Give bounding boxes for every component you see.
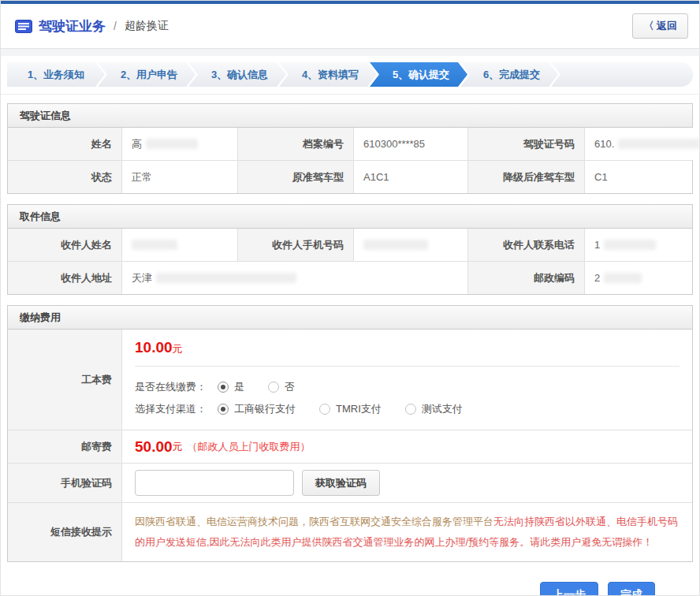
field-recipient-mobile-label: 收件人手机号码 [238,229,354,261]
field-downgraded-class-label: 降级后准驾车型 [468,161,585,193]
section-pickup-info: 取件信息 收件人姓名 收件人手机号码 收件人联系电话 1 收件人地址 天津 邮政… [7,204,693,295]
field-license-number-value: 610. [585,128,700,160]
step-tab-5-active[interactable]: 5、确认提交 [370,62,467,87]
section-license-info: 驾驶证信息 姓名 高 档案编号 610300****85 驾驶证号码 610. … [7,103,693,194]
radio-online-no-label: 否 [285,380,295,394]
radio-channel-icbc[interactable] [218,404,229,415]
radio-channel-test[interactable] [405,404,416,415]
redaction-blur [132,240,177,250]
postage-note: （邮政人员上门收取费用） [188,440,311,454]
breadcrumb-current: 超龄换证 [125,19,169,33]
redaction-blur [156,273,296,283]
field-file-number-value: 610300****85 [354,128,468,160]
field-card-fee-value: 10.00元 是否在线缴费： 是 否 选择支付渠道： 工商银行支付 TMRI支付… [122,330,692,430]
field-postal-code-value: 2 [585,262,692,294]
sms-notice-text: 因陕西省联通、电信运营商技术问题，陕西省互联网交通安全综合服务管理平台无法向持陕… [122,503,692,561]
field-sms-code-value: 获取验证码 [122,464,692,502]
field-downgraded-class-value: C1 [585,161,692,193]
card-fee-unit: 元 [173,343,183,355]
radio-channel-tmri-label: TMRI支付 [336,402,382,416]
previous-step-button[interactable]: 上一步 [540,582,598,596]
field-status-value: 正常 [122,161,238,193]
radio-online-yes-label: 是 [234,380,244,394]
back-label: 返回 [657,20,677,32]
field-name-label: 姓名 [8,128,122,160]
field-sms-notice-label: 短信接收提示 [8,503,122,561]
field-recipient-mobile-value [354,229,468,261]
card-fee-amount: 10.00 [135,339,173,356]
redaction-blur [604,273,642,283]
radio-online-yes[interactable] [218,382,229,393]
redaction-blur [604,240,656,250]
step-track-filler [551,62,693,87]
footer-actions: 上一步 完成 [1,572,699,596]
field-recipient-address-value: 天津 [122,262,468,294]
online-payment-question-label: 是否在线缴费： [135,380,207,394]
field-recipient-phone-label: 收件人联系电话 [468,229,585,261]
step-tab-2[interactable]: 2、用户申告 [98,62,195,87]
redaction-blur [618,139,700,149]
field-status-label: 状态 [8,161,122,193]
header: 驾驶证业务 / 超龄换证 〈 返回 [1,4,699,48]
field-card-fee-label: 工本费 [8,330,122,430]
payment-channel-question: 选择支付渠道： 工商银行支付 TMRI支付 测试支付 [135,398,680,420]
radio-channel-icbc-label: 工商银行支付 [234,402,296,416]
breadcrumb-separator: / [114,20,117,32]
section-fees: 缴纳费用 工本费 10.00元 是否在线缴费： 是 否 选择支付渠道： 工商银行… [7,305,693,562]
radio-online-no[interactable] [268,382,279,393]
field-name-value: 高 [122,128,238,160]
section-license-title: 驾驶证信息 [8,104,692,128]
postage-amount: 50.00 [135,438,173,456]
back-button[interactable]: 〈 返回 [632,13,688,39]
field-file-number-label: 档案编号 [238,128,354,160]
field-postage-value: 50.00元（邮政人员上门收取费用） [122,430,692,463]
field-license-number-label: 驾驶证号码 [468,128,585,160]
radio-channel-tmri[interactable] [319,404,330,415]
field-postal-code-label: 邮政编码 [468,262,585,294]
step-tab-4[interactable]: 4、资料填写 [279,62,377,87]
field-recipient-address-label: 收件人地址 [8,262,122,294]
field-recipient-name-value [122,229,238,261]
field-recipient-name-label: 收件人姓名 [8,229,122,261]
field-postage-label: 邮寄费 [8,430,122,463]
breadcrumb: 驾驶证业务 / 超龄换证 [15,17,632,35]
finish-button[interactable]: 完成 [608,582,655,596]
redaction-blur [146,139,198,149]
field-original-class-label: 原准驾车型 [238,161,354,193]
online-payment-question: 是否在线缴费： 是 否 [135,376,680,398]
radio-channel-test-label: 测试支付 [422,402,463,416]
back-chevron-icon: 〈 [643,20,653,32]
page-title: 驾驶证业务 [39,17,106,35]
field-recipient-phone-value: 1 [585,229,692,261]
step-tab-3[interactable]: 3、确认信息 [188,62,286,87]
sms-code-input[interactable] [135,470,294,496]
get-sms-code-button[interactable]: 获取验证码 [302,470,380,496]
license-form-icon [15,20,32,33]
section-fees-title: 缴纳费用 [8,306,692,330]
postage-unit: 元 [173,440,183,454]
payment-channel-question-label: 选择支付渠道： [135,402,207,416]
header-divider [1,48,699,56]
section-pickup-title: 取件信息 [8,205,692,229]
step-tab-1[interactable]: 1、业务须知 [7,62,105,87]
fee-divider [135,366,680,367]
page: 驾驶证业务 / 超龄换证 〈 返回 1、业务须知 2、用户申告 3、确认信息 4… [0,0,700,596]
field-original-class-value: A1C1 [354,161,468,193]
wizard-steps: 1、业务须知 2、用户申告 3、确认信息 4、资料填写 5、确认提交 6、完成提… [1,56,699,95]
field-sms-code-label: 手机验证码 [8,464,122,502]
sms-notice-plain: 因陕西省联通、电信运营商技术问题，陕西省互联网交通安全综合服务管理平台 [135,516,493,527]
step-tab-6[interactable]: 6、完成提交 [460,62,558,87]
redaction-blur [363,240,428,250]
